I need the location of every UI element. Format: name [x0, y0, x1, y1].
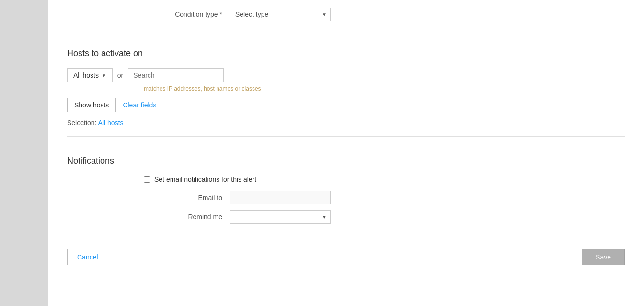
- cancel-label: Cancel: [77, 253, 98, 261]
- all-hosts-button[interactable]: All hosts ▼: [67, 68, 113, 82]
- all-hosts-label: All hosts: [73, 71, 99, 79]
- email-to-input[interactable]: [230, 191, 331, 204]
- save-label: Save: [596, 253, 611, 261]
- condition-type-text: Condition type: [175, 11, 218, 18]
- sidebar: [0, 0, 48, 306]
- selection-label: Selection:: [67, 119, 96, 127]
- cancel-button[interactable]: Cancel: [67, 249, 108, 265]
- main-content: Condition type * Select type Hosts to ac…: [48, 0, 644, 306]
- selection-value: All hosts: [98, 119, 124, 127]
- email-notification-checkbox[interactable]: [144, 176, 150, 183]
- show-hosts-button[interactable]: Show hosts: [67, 98, 116, 112]
- selection-text: Selection: All hosts: [67, 119, 625, 127]
- notifications-section-title: Notifications: [67, 156, 625, 166]
- hosts-section-title: Hosts to activate on: [67, 48, 625, 59]
- all-hosts-arrow-icon: ▼: [102, 73, 106, 78]
- search-input[interactable]: [128, 68, 224, 82]
- or-text: or: [117, 71, 123, 79]
- clear-fields-label: Clear fields: [123, 101, 156, 109]
- show-hosts-label: Show hosts: [74, 101, 109, 109]
- remind-me-select[interactable]: [230, 210, 331, 224]
- remind-me-label: Remind me: [67, 213, 230, 221]
- email-to-label: Email to: [67, 194, 230, 201]
- notifications-section: Notifications Set email notifications fo…: [67, 137, 625, 239]
- hosts-section: Hosts to activate on All hosts ▼ or matc…: [67, 29, 625, 136]
- condition-type-select-wrapper[interactable]: Select type: [230, 8, 331, 21]
- email-to-row: Email to: [67, 191, 625, 204]
- required-marker: *: [220, 11, 222, 18]
- email-notification-row: Set email notifications for this alert: [144, 176, 625, 183]
- condition-type-select[interactable]: Select type: [230, 8, 331, 21]
- hosts-row: All hosts ▼ or: [67, 68, 625, 82]
- remind-me-row: Remind me: [67, 210, 625, 224]
- remind-select-wrapper[interactable]: [230, 210, 331, 224]
- search-hint: matches IP addresses, host names or clas…: [144, 85, 625, 92]
- condition-type-label: Condition type *: [67, 11, 230, 18]
- footer-section: Cancel Save: [67, 239, 625, 275]
- clear-fields-button[interactable]: Clear fields: [123, 101, 156, 109]
- save-button[interactable]: Save: [582, 249, 625, 265]
- email-notification-label: Set email notifications for this alert: [154, 176, 256, 183]
- action-row: Show hosts Clear fields: [67, 98, 625, 112]
- condition-type-row: Condition type * Select type: [67, 0, 625, 21]
